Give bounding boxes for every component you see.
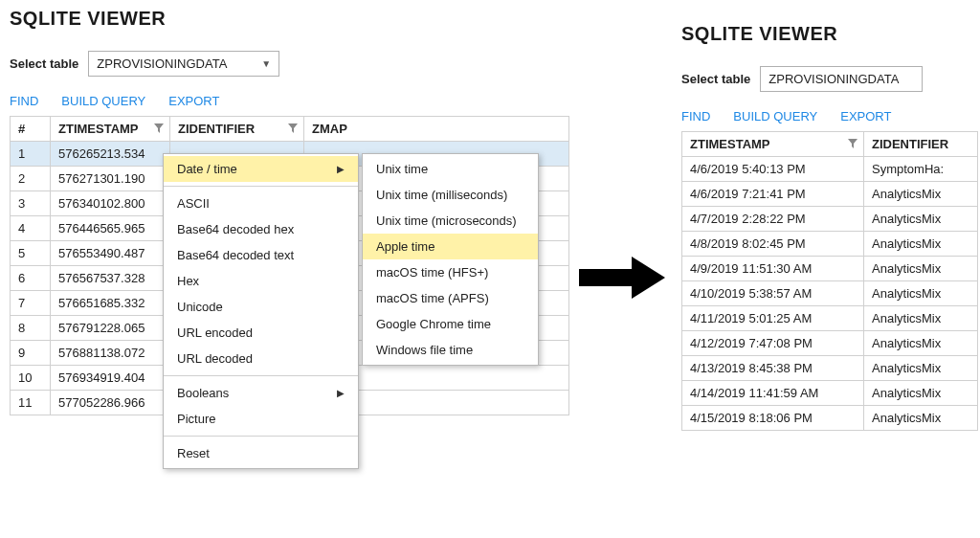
table-cell[interactable]: AnalyticsMix xyxy=(864,406,978,431)
menu-item-datetime[interactable]: Date / time ▶ xyxy=(164,156,358,182)
table-cell[interactable]: 4/11/2019 5:01:25 AM xyxy=(682,306,864,331)
table-cell[interactable]: AnalyticsMix xyxy=(864,331,978,356)
table-cell[interactable]: 4/10/2019 5:38:57 AM xyxy=(682,281,864,306)
table-cell[interactable]: AnalyticsMix xyxy=(864,306,978,331)
menu-item-booleans[interactable]: Booleans ▶ xyxy=(164,380,358,406)
table-cell[interactable]: 576553490.487 xyxy=(51,241,170,266)
table-cell[interactable]: 11 xyxy=(11,391,51,415)
table-cell[interactable]: SymptomHa: xyxy=(864,157,978,182)
col-header-zidentifier[interactable]: ZIDENTIFIER xyxy=(170,117,304,142)
table-cell[interactable]: 4/6/2019 7:21:41 PM xyxy=(682,182,864,207)
table-cell[interactable]: 4/15/2019 8:18:06 PM xyxy=(682,406,864,431)
menu-separator xyxy=(164,186,358,187)
col-header-zmap[interactable]: ZMAP xyxy=(304,117,569,142)
table-cell[interactable]: 10 xyxy=(11,366,51,391)
col-header-num[interactable]: # xyxy=(11,117,51,142)
table-cell[interactable]: 576446565.965 xyxy=(51,216,170,241)
col-header-ztimestamp[interactable]: ZTIMESTAMP xyxy=(682,132,864,157)
col-header-ztimestamp[interactable]: ZTIMESTAMP xyxy=(51,117,170,142)
table-row[interactable]: 4/13/2019 8:45:38 PMAnalyticsMix xyxy=(682,356,978,381)
build-query-link[interactable]: BUILD QUERY xyxy=(733,109,817,123)
table-cell[interactable]: 576271301.190 xyxy=(51,167,170,191)
submenu-item-unix[interactable]: Unix time xyxy=(363,156,538,182)
table-cell[interactable]: 4/6/2019 5:40:13 PM xyxy=(682,157,864,182)
menu-item-reset[interactable]: Reset xyxy=(164,440,358,466)
table-cell[interactable]: 5 xyxy=(11,241,51,266)
table-cell[interactable]: 4/7/2019 2:28:22 PM xyxy=(682,207,864,232)
table-row[interactable]: 4/15/2019 8:18:06 PMAnalyticsMix xyxy=(682,406,978,431)
table-cell[interactable]: 4 xyxy=(11,216,51,241)
submenu-item-unixms[interactable]: Unix time (milliseconds) xyxy=(363,182,538,208)
table-cell[interactable]: 7 xyxy=(11,291,51,316)
table-row[interactable]: 4/11/2019 5:01:25 AMAnalyticsMix xyxy=(682,306,978,331)
chevron-right-icon: ▶ xyxy=(337,164,345,174)
table-cell[interactable]: 577052286.966 xyxy=(51,391,170,415)
table-cell[interactable]: 576881138.072 xyxy=(51,341,170,366)
submenu-item-apple[interactable]: Apple time xyxy=(363,234,538,259)
table-cell[interactable]: AnalyticsMix xyxy=(864,182,978,207)
select-table-label: Select table xyxy=(681,72,750,86)
table-cell[interactable]: 8 xyxy=(11,316,51,341)
table-cell[interactable]: 3 xyxy=(11,191,51,216)
format-context-menu: Date / time ▶ ASCII Base64 decoded hex B… xyxy=(163,153,359,469)
right-data-table: ZTIMESTAMP ZIDENTIFIER 4/6/2019 5:40:13 … xyxy=(681,131,978,431)
table-row[interactable]: 4/10/2019 5:38:57 AMAnalyticsMix xyxy=(682,281,978,306)
table-row[interactable]: 4/8/2019 8:02:45 PMAnalyticsMix xyxy=(682,232,978,257)
select-table-label: Select table xyxy=(10,56,78,71)
menu-separator xyxy=(164,375,358,376)
menu-item-b64txt[interactable]: Base64 decoded text xyxy=(164,242,358,268)
table-cell[interactable]: 2 xyxy=(11,167,51,191)
submenu-item-hfs[interactable]: macOS time (HFS+) xyxy=(363,259,538,285)
table-row[interactable]: 4/6/2019 5:40:13 PMSymptomHa: xyxy=(682,157,978,182)
find-link[interactable]: FIND xyxy=(10,94,38,108)
col-header-zidentifier[interactable]: ZIDENTIFIER xyxy=(864,132,978,157)
table-cell[interactable]: 9 xyxy=(11,341,51,366)
export-link[interactable]: EXPORT xyxy=(168,94,219,108)
table-cell[interactable]: 576651685.332 xyxy=(51,291,170,316)
table-cell[interactable]: AnalyticsMix xyxy=(864,356,978,381)
table-row[interactable]: 4/12/2019 7:47:08 PMAnalyticsMix xyxy=(682,331,978,356)
menu-item-urlenc[interactable]: URL encoded xyxy=(164,320,358,346)
export-link[interactable]: EXPORT xyxy=(840,109,891,123)
table-cell[interactable]: 576340102.800 xyxy=(51,191,170,216)
table-cell[interactable]: 576265213.534 xyxy=(51,142,170,167)
menu-item-ascii[interactable]: ASCII xyxy=(164,191,358,216)
build-query-link[interactable]: BUILD QUERY xyxy=(61,94,145,108)
table-cell[interactable]: AnalyticsMix xyxy=(864,381,978,406)
table-cell[interactable]: 4/12/2019 7:47:08 PM xyxy=(682,331,864,356)
menu-item-unicode[interactable]: Unicode xyxy=(164,294,358,320)
table-cell[interactable]: 6 xyxy=(11,266,51,291)
submenu-item-chrome[interactable]: Google Chrome time xyxy=(363,311,538,337)
menu-item-hex[interactable]: Hex xyxy=(164,268,358,294)
table-cell[interactable]: AnalyticsMix xyxy=(864,207,978,232)
find-link[interactable]: FIND xyxy=(681,109,710,123)
submenu-item-win[interactable]: Windows file time xyxy=(363,337,538,363)
filter-icon[interactable] xyxy=(848,139,858,150)
table-row[interactable]: 4/14/2019 11:41:59 AMAnalyticsMix xyxy=(682,381,978,406)
table-row[interactable]: 4/7/2019 2:28:22 PMAnalyticsMix xyxy=(682,207,978,232)
table-cell[interactable]: AnalyticsMix xyxy=(864,232,978,257)
table-cell[interactable]: 576567537.328 xyxy=(51,266,170,291)
menu-item-urldec[interactable]: URL decoded xyxy=(164,346,358,371)
table-row[interactable]: 4/9/2019 11:51:30 AMAnalyticsMix xyxy=(682,257,978,281)
filter-icon[interactable] xyxy=(288,123,298,135)
filter-icon[interactable] xyxy=(154,123,164,135)
table-cell[interactable]: 4/9/2019 11:51:30 AM xyxy=(682,257,864,281)
app-title: SQLITE VIEWER xyxy=(681,23,978,45)
table-cell[interactable]: AnalyticsMix xyxy=(864,281,978,306)
table-cell[interactable]: 576791228.065 xyxy=(51,316,170,341)
table-cell[interactable]: 4/8/2019 8:02:45 PM xyxy=(682,232,864,257)
table-row[interactable]: 4/6/2019 7:21:41 PMAnalyticsMix xyxy=(682,182,978,207)
menu-item-picture[interactable]: Picture xyxy=(164,406,358,432)
submenu-item-apfs[interactable]: macOS time (APFS) xyxy=(363,285,538,311)
table-cell[interactable]: 4/14/2019 11:41:59 AM xyxy=(682,381,864,406)
table-cell[interactable]: 4/13/2019 8:45:38 PM xyxy=(682,356,864,381)
table-select[interactable]: ZPROVISIONINGDATA ▼ xyxy=(88,51,279,77)
table-cell[interactable]: 1 xyxy=(11,142,51,167)
app-title: SQLITE VIEWER xyxy=(10,8,569,30)
submenu-item-unixus[interactable]: Unix time (microseconds) xyxy=(363,208,538,234)
menu-item-b64hex[interactable]: Base64 decoded hex xyxy=(164,216,358,242)
table-cell[interactable]: AnalyticsMix xyxy=(864,257,978,281)
table-cell[interactable]: 576934919.404 xyxy=(51,366,170,391)
table-select[interactable]: ZPROVISIONINGDATA xyxy=(760,66,923,92)
